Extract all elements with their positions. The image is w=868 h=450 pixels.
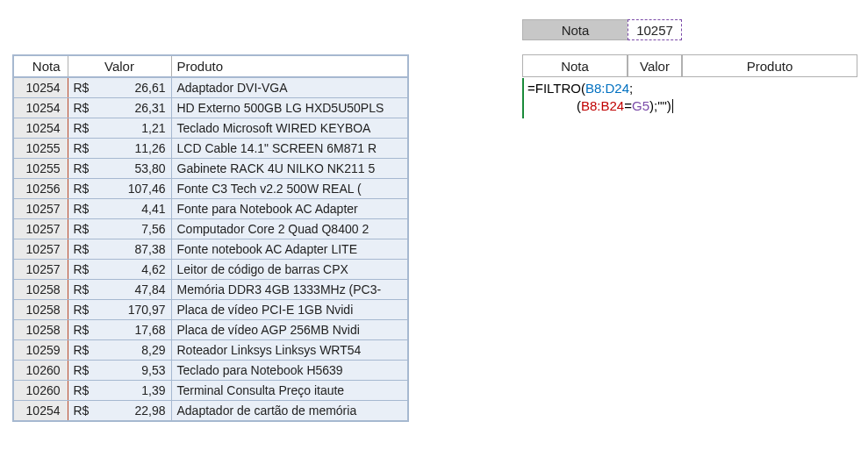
lookup-label-cell[interactable]: Nota (522, 19, 628, 40)
cell-nota[interactable]: 10257 (13, 219, 68, 239)
table-row[interactable]: 10260R$9,53Teclado para Notebook H5639 (13, 361, 408, 381)
table-row[interactable]: 10258R$47,84Memória DDR3 4GB 1333MHz (PC… (13, 280, 408, 300)
cell-currency[interactable]: R$ (68, 401, 97, 422)
lookup-value-cell[interactable]: 10257 (628, 19, 682, 40)
cell-valor[interactable]: 8,29 (97, 340, 171, 361)
cell-produto[interactable]: Teclado para Notebook H5639 (171, 361, 408, 381)
cell-produto[interactable]: Fonte notebook AC Adapter LITE (171, 239, 408, 260)
table-row[interactable]: 10254R$26,61Adaptador DVI-VGA (13, 77, 408, 98)
table-row[interactable]: 10259R$8,29Roteador Linksys Linksys WRT5… (13, 340, 408, 361)
cell-valor[interactable]: 26,31 (97, 98, 171, 118)
cell-nota[interactable]: 10256 (13, 179, 68, 199)
cell-currency[interactable]: R$ (68, 340, 97, 361)
table-row[interactable]: 10257R$4,41Fonte para Notebook AC Adapte… (13, 199, 408, 219)
table-body: 10254R$26,61Adaptador DVI-VGA10254R$26,3… (13, 77, 408, 421)
text-caret (672, 99, 673, 113)
cell-produto[interactable]: Fonte C3 Tech v2.2 500W REAL ( (171, 179, 408, 199)
cell-nota[interactable]: 10258 (13, 280, 68, 300)
cell-nota[interactable]: 10255 (13, 139, 68, 159)
cell-nota[interactable]: 10259 (13, 340, 68, 361)
cell-nota[interactable]: 10260 (13, 381, 68, 401)
formula-cell-ref: G5 (632, 98, 649, 113)
cell-valor[interactable]: 53,80 (97, 159, 171, 179)
cell-currency[interactable]: R$ (68, 199, 97, 219)
table-row[interactable]: 10257R$4,62Leitor de código de barras CP… (13, 260, 408, 280)
cell-nota[interactable]: 10254 (13, 401, 68, 422)
table-row[interactable]: 10254R$26,31HD Externo 500GB LG HXD5U50P… (13, 98, 408, 118)
cell-produto[interactable]: Placa de vídeo AGP 256MB Nvidi (171, 320, 408, 340)
table-row[interactable]: 10254R$22,98Adaptador de cartão de memór… (13, 401, 408, 422)
cell-nota[interactable]: 10257 (13, 239, 68, 260)
cell-produto[interactable]: Gabinete RACK 4U NILKO NK211 5 (171, 159, 408, 179)
formula-eq: = (527, 81, 535, 96)
cell-valor[interactable]: 11,26 (97, 139, 171, 159)
table-row[interactable]: 10255R$53,80Gabinete RACK 4U NILKO NK211… (13, 159, 408, 179)
cell-currency[interactable]: R$ (68, 118, 97, 139)
cell-currency[interactable]: R$ (68, 77, 97, 98)
cell-valor[interactable]: 47,84 (97, 280, 171, 300)
cell-produto[interactable]: Roteador Linksys Linksys WRT54 (171, 340, 408, 361)
cell-valor[interactable]: 170,97 (97, 300, 171, 320)
table-row[interactable]: 10257R$87,38Fonte notebook AC Adapter LI… (13, 239, 408, 260)
cell-valor[interactable]: 26,61 (97, 77, 171, 98)
result-header-produto: Produto (682, 55, 857, 76)
cell-currency[interactable]: R$ (68, 179, 97, 199)
header-valor: Valor (68, 55, 171, 77)
table-row[interactable]: 10258R$170,97Placa de vídeo PCI-E 1GB Nv… (13, 300, 408, 320)
cell-produto[interactable]: Leitor de código de barras CPX (171, 260, 408, 280)
cell-produto[interactable]: Computador Core 2 Quad Q8400 2 (171, 219, 408, 239)
cell-nota[interactable]: 10254 (13, 77, 68, 98)
cell-valor[interactable]: 4,41 (97, 199, 171, 219)
cell-nota[interactable]: 10257 (13, 199, 68, 219)
cell-produto[interactable]: Terminal Consulta Preço itaute (171, 381, 408, 401)
cell-valor[interactable]: 4,62 (97, 260, 171, 280)
cell-nota[interactable]: 10257 (13, 260, 68, 280)
cell-nota[interactable]: 10258 (13, 320, 68, 340)
cell-currency[interactable]: R$ (68, 280, 97, 300)
source-data-table[interactable]: Nota Valor Produto 10254R$26,61Adaptador… (12, 54, 409, 422)
cell-valor[interactable]: 9,53 (97, 361, 171, 381)
cell-valor[interactable]: 87,38 (97, 239, 171, 260)
table-row[interactable]: 10254R$1,21Teclado Microsoft WIRED KEYBO… (13, 118, 408, 139)
cell-nota[interactable]: 10254 (13, 118, 68, 139)
cell-valor[interactable]: 1,21 (97, 118, 171, 139)
cell-currency[interactable]: R$ (68, 239, 97, 260)
cell-produto[interactable]: Memória DDR3 4GB 1333MHz (PC3- (171, 280, 408, 300)
cell-currency[interactable]: R$ (68, 361, 97, 381)
cell-valor[interactable]: 1,39 (97, 381, 171, 401)
cell-produto[interactable]: LCD Cable 14.1" SCREEN 6M871 R (171, 139, 408, 159)
formula-range2: B8:B24 (581, 98, 624, 113)
cell-currency[interactable]: R$ (68, 381, 97, 401)
cell-produto[interactable]: HD Externo 500GB LG HXD5U50PLS (171, 98, 408, 118)
cell-currency[interactable]: R$ (68, 139, 97, 159)
header-nota: Nota (13, 55, 68, 77)
cell-nota[interactable]: 10260 (13, 361, 68, 381)
formula-range1: B8:D24 (585, 81, 629, 96)
result-header-nota: Nota (522, 55, 628, 76)
cell-currency[interactable]: R$ (68, 219, 97, 239)
cell-nota[interactable]: 10254 (13, 98, 68, 118)
cell-produto[interactable]: Placa de vídeo PCI-E 1GB Nvidi (171, 300, 408, 320)
table-row[interactable]: 10256R$107,46Fonte C3 Tech v2.2 500W REA… (13, 179, 408, 199)
table-row[interactable]: 10258R$17,68Placa de vídeo AGP 256MB Nvi… (13, 320, 408, 340)
cell-currency[interactable]: R$ (68, 98, 97, 118)
table-row[interactable]: 10257R$7,56Computador Core 2 Quad Q8400 … (13, 219, 408, 239)
cell-currency[interactable]: R$ (68, 300, 97, 320)
cell-valor[interactable]: 107,46 (97, 179, 171, 199)
cell-nota[interactable]: 10258 (13, 300, 68, 320)
cell-produto[interactable]: Teclado Microsoft WIRED KEYBOA (171, 118, 408, 139)
cell-currency[interactable]: R$ (68, 260, 97, 280)
table-row[interactable]: 10260R$1,39Terminal Consulta Preço itaut… (13, 381, 408, 401)
cell-valor[interactable]: 17,68 (97, 320, 171, 340)
cell-produto[interactable]: Fonte para Notebook AC Adapter (171, 199, 408, 219)
formula-edit-cell[interactable]: =FILTRO(B8:D24; (B8:B24=G5);"") (522, 78, 689, 118)
table-row[interactable]: 10255R$11,26LCD Cable 14.1" SCREEN 6M871… (13, 139, 408, 159)
cell-currency[interactable]: R$ (68, 320, 97, 340)
cell-produto[interactable]: Adaptador DVI-VGA (171, 77, 408, 98)
cell-valor[interactable]: 22,98 (97, 401, 171, 422)
cell-produto[interactable]: Adaptador de cartão de memória (171, 401, 408, 422)
cell-nota[interactable]: 10255 (13, 159, 68, 179)
formula-eq2: = (624, 98, 632, 113)
cell-valor[interactable]: 7,56 (97, 219, 171, 239)
cell-currency[interactable]: R$ (68, 159, 97, 179)
